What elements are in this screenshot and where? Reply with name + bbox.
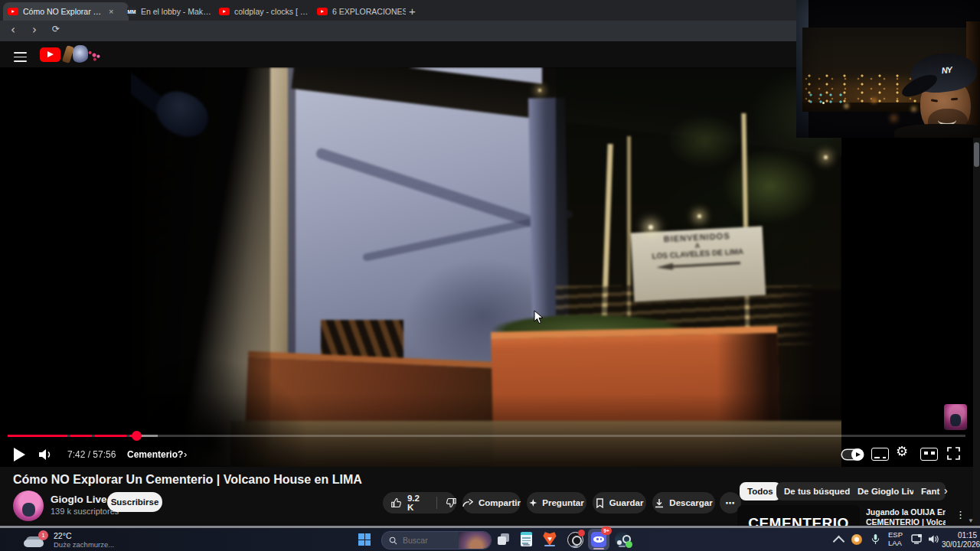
chip-todos[interactable]: Todos <box>740 482 781 500</box>
tab-title: En el lobby - Make it Meme <box>141 7 214 16</box>
progress-playhead[interactable] <box>132 431 142 441</box>
discord-app-tile[interactable]: 9+ <box>588 529 609 550</box>
miniplayer-button[interactable] <box>920 448 938 461</box>
save-label: Guardar <box>609 498 644 507</box>
download-button[interactable]: Descargar <box>652 492 715 514</box>
brave-app-icon[interactable] <box>542 531 557 547</box>
app-underline-active <box>544 545 555 547</box>
autoplay-toggle[interactable] <box>842 450 863 459</box>
progress-chapter-played <box>8 435 67 437</box>
channel-name[interactable]: Gioglo Live <box>51 494 107 505</box>
menu-icon[interactable] <box>14 50 27 64</box>
subscribe-button[interactable]: Suscribirse <box>107 492 162 512</box>
weather-widget[interactable]: 1 22°C Duże zachmurze... <box>23 530 176 549</box>
notepad-app-icon[interactable] <box>521 532 532 546</box>
back-button[interactable]: ‹ <box>11 24 15 36</box>
discord-eye <box>600 538 603 540</box>
tray-mic-icon[interactable] <box>871 533 880 545</box>
tray-date: 30/01/2026 <box>942 540 977 549</box>
scrollbar-thumb[interactable] <box>974 142 979 167</box>
youtube-logo[interactable] <box>40 47 60 62</box>
tab-coldplay[interactable]: coldplay - clocks [ slowed + reverb ] <box>214 2 318 21</box>
share-label: Compartir <box>479 498 521 507</box>
cam-vignette <box>796 0 980 138</box>
new-tab-button[interactable]: + <box>409 5 416 18</box>
time-display: 7:42 / 57:56 <box>67 449 116 460</box>
start-pane <box>365 533 371 540</box>
tab-title: 6 EXPLORACIONES URBANAS ATERR <box>332 7 406 16</box>
discord-badge: 9+ <box>601 527 612 535</box>
like-count[interactable]: 9.2 K <box>407 494 428 512</box>
start-pane <box>358 533 364 540</box>
task-view-front <box>498 536 506 545</box>
dislike-icon[interactable] <box>446 497 456 508</box>
taskbar-search[interactable] <box>381 531 492 549</box>
tray-volume-icon[interactable] <box>928 534 939 544</box>
cloud-front <box>24 540 44 547</box>
taskbar-search-input[interactable] <box>401 535 459 546</box>
obs-badge <box>578 530 585 536</box>
pill-divider <box>436 497 437 509</box>
chip-fantasmas[interactable]: Fant <box>913 482 946 500</box>
scroll-caret-icon[interactable]: ▼ <box>968 517 973 524</box>
more-horiz-icon: ⋯ <box>725 497 736 509</box>
suggestion-title[interactable]: Jugando la OUIJA En El CEMENTERIO | Volc… <box>866 507 946 526</box>
subtitles-button[interactable] <box>871 448 889 461</box>
keyboard-layout[interactable]: ESP LAA <box>888 531 903 548</box>
player-controls: 7:42 / 57:56 Cementerio? › ⚙ <box>0 444 973 467</box>
reload-button[interactable]: ⟳ <box>52 24 60 34</box>
tab-exploraciones[interactable]: 6 EXPLORACIONES URBANAS ATERR <box>312 2 412 21</box>
start-button[interactable] <box>358 533 371 546</box>
tray-expand-chevron[interactable] <box>833 536 845 548</box>
notepad-line <box>522 540 531 542</box>
channel-avatar[interactable] <box>13 491 44 521</box>
ask-button[interactable]: Preguntar <box>527 492 586 514</box>
desktop-screen: { "icons": { "back": "‹", "forward": "›"… <box>0 0 980 551</box>
tray-clock[interactable]: 01:15 30/01/2026 <box>942 531 977 549</box>
tray-app-icon[interactable] <box>851 534 862 545</box>
settings-button[interactable]: ⚙ <box>896 443 908 459</box>
chapter-label[interactable]: Cementerio? <box>127 449 183 460</box>
weather-condition: Duże zachmurze... <box>54 540 114 549</box>
scene-street-light <box>648 225 653 230</box>
suggestion-thumbnail[interactable]: CEMENTERIO <box>737 505 860 526</box>
steam-app-icon[interactable] <box>614 531 631 548</box>
notepad-line <box>522 537 531 539</box>
autoplay-play-icon <box>856 452 861 457</box>
progress-bar[interactable] <box>8 435 965 437</box>
weather-badge: 1 <box>38 530 48 540</box>
tray-network-icon[interactable] <box>911 534 923 544</box>
tab-active[interactable]: Cómo NO Explorar Un Cemente × <box>3 2 129 21</box>
steam-badge <box>626 541 632 548</box>
obs-app-icon[interactable] <box>567 531 583 548</box>
chapter-chevron-icon[interactable]: › <box>184 448 187 460</box>
like-icon[interactable] <box>391 497 402 508</box>
start-pane <box>365 540 371 546</box>
save-button[interactable]: Guardar <box>593 492 646 514</box>
suggestion-menu-icon[interactable]: ⋮ <box>956 509 965 520</box>
layout-region: LAA <box>888 540 903 548</box>
tab-make-it-meme[interactable]: MM En el lobby - Make it Meme <box>122 2 220 21</box>
tab-close-icon[interactable]: × <box>109 7 113 16</box>
play-button[interactable] <box>14 448 25 461</box>
task-view-button[interactable] <box>498 533 511 546</box>
share-arrow-icon <box>462 498 473 507</box>
scene-street-light <box>697 214 701 218</box>
discord-face <box>593 536 604 543</box>
obs-inner <box>572 536 582 546</box>
volume-button[interactable] <box>37 447 54 462</box>
tray-time: 01:15 <box>942 531 977 540</box>
app-underline <box>571 546 578 548</box>
share-button[interactable]: Compartir <box>462 492 521 514</box>
chips-scroll-right-icon[interactable]: › <box>944 484 948 497</box>
youtube-favicon-icon <box>317 8 328 15</box>
fullscreen-button[interactable] <box>946 446 961 461</box>
discord-eye <box>596 538 599 540</box>
tab-title: Cómo NO Explorar Un Cemente <box>23 7 103 16</box>
download-icon <box>655 498 664 508</box>
search-highlight-image[interactable] <box>459 532 491 549</box>
thumbnail-text: CEMENTERIO <box>748 515 849 526</box>
webcam-overlay: NY <box>796 0 980 138</box>
forward-button[interactable]: › <box>32 24 37 36</box>
video-title: Cómo NO Explorar Un Cementerio | Volcano… <box>13 473 717 487</box>
